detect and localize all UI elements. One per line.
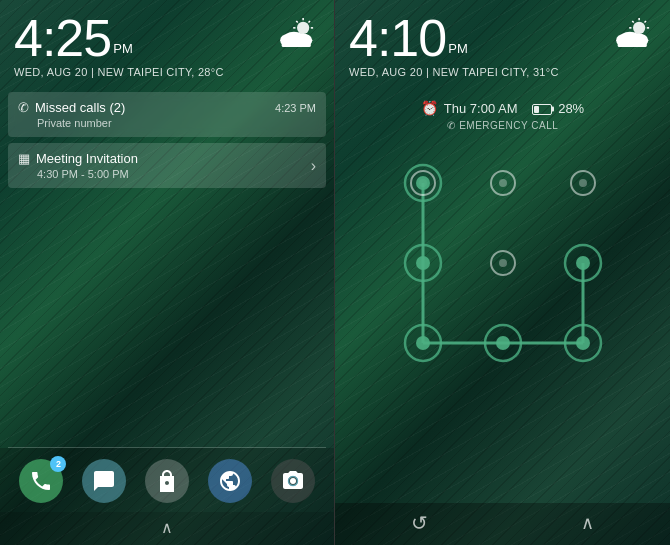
missed-calls-notification[interactable]: ✆ Missed calls (2) 4:23 PM Private numbe… [8,92,326,137]
left-date: WED, AUG 20 | NEW TAIPEI CITY, 28°C [14,66,320,78]
pattern-lock-area[interactable] [335,143,670,383]
browser-dock-icon [208,459,252,503]
lock-dock-icon [145,459,189,503]
chevron-right-icon: › [311,157,316,175]
camera-dock-icon [271,459,315,503]
meeting-time: 4:30 PM - 5:00 PM [37,168,138,180]
right-time: 4:10 [349,12,446,64]
svg-line-18 [632,21,634,23]
right-phone-screen: 4:10 PM WED, AUG 20 | NEW TAIPEI CITY, 3… [335,0,670,545]
messages-dock-icon [82,459,126,503]
phone-icon: ✆ [18,100,29,115]
svg-point-36 [416,256,430,270]
battery-percent: 28% [558,101,584,116]
meeting-notification[interactable]: ▦ Meeting Invitation 4:30 PM - 5:00 PM › [8,143,326,188]
left-dock: 2 [0,447,334,545]
right-weather-icon [610,16,656,52]
nav-home-icon[interactable]: ∧ [581,512,594,534]
left-ampm: PM [113,41,133,56]
emergency-call-text: EMERGENCY CALL [459,120,558,131]
dock-lock[interactable] [144,458,190,504]
svg-rect-10 [282,39,311,47]
left-time: 4:25 [14,12,111,64]
emergency-phone-icon: ✆ [447,120,456,131]
left-top-bar: 4:25 PM WED, AUG 20 | NEW TAIPEI CITY, 2… [0,0,334,82]
dock-browser[interactable] [207,458,253,504]
emergency-call[interactable]: ✆ EMERGENCY CALL [447,120,559,131]
right-time-display: 4:10 PM [349,12,468,64]
dock-phone[interactable]: 2 [18,458,64,504]
svg-line-6 [309,21,311,23]
left-nav-bar: ∧ [0,512,334,545]
battery-display: 28% [532,101,585,116]
right-ampm: PM [448,41,468,56]
notification-area: ✆ Missed calls (2) 4:23 PM Private numbe… [0,92,334,188]
alarm-time: Thu 7:00 AM [444,101,518,116]
svg-point-34 [579,179,587,187]
svg-point-44 [496,336,510,350]
nav-up-icon[interactable]: ∧ [161,518,173,537]
missed-calls-time: 4:23 PM [275,102,316,114]
right-date: WED, AUG 20 | NEW TAIPEI CITY, 31°C [349,66,656,78]
left-weather-icon [274,16,320,52]
right-top-bar: 4:10 PM WED, AUG 20 | NEW TAIPEI CITY, 3… [335,0,670,82]
svg-point-48 [416,176,430,190]
svg-rect-23 [618,39,647,47]
svg-point-0 [297,22,309,34]
calendar-icon: ▦ [18,151,30,166]
dock-camera[interactable] [270,458,316,504]
svg-point-40 [576,256,590,270]
pattern-lock-svg[interactable] [383,143,623,383]
svg-line-19 [645,21,647,23]
left-time-display: 4:25 PM [14,12,133,64]
nav-back-icon[interactable]: ↺ [411,511,428,535]
dock-messages[interactable] [81,458,127,504]
phone-badge: 2 [50,456,66,472]
svg-point-13 [633,22,645,34]
svg-point-46 [576,336,590,350]
svg-point-38 [499,259,507,267]
alarm-icon: ⏰ [421,100,438,116]
alarm-row: ⏰ Thu 7:00 AM 28% ✆ EMERGENCY CALL [335,100,670,131]
dock-icons-row: 2 [0,448,334,512]
svg-point-11 [290,478,296,484]
svg-line-5 [296,21,298,23]
right-nav-bar: ↺ ∧ [335,503,670,545]
svg-point-32 [499,179,507,187]
svg-point-42 [416,336,430,350]
missed-calls-title: Missed calls (2) [35,100,125,115]
missed-calls-sub: Private number [37,117,316,129]
meeting-title: Meeting Invitation [36,151,138,166]
left-phone-screen: 4:25 PM WED, AUG 20 | NEW TAIPEI CITY, 2… [0,0,335,545]
